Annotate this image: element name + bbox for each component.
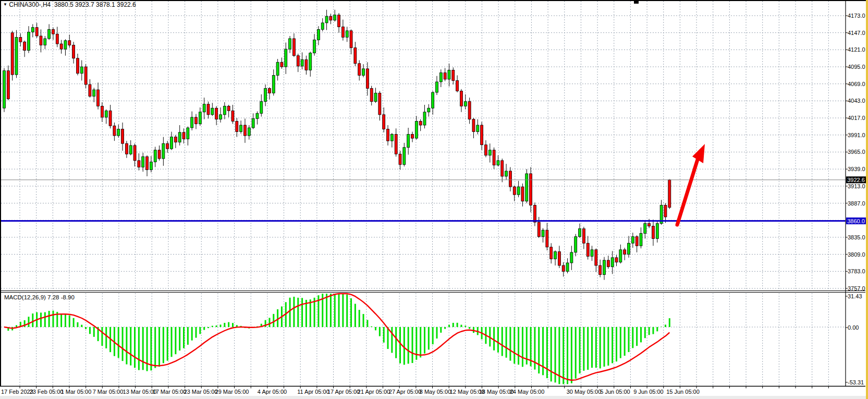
candle-body [444,72,446,79]
candle-body [19,37,22,42]
price-axis-label: 4121.0 [848,46,865,53]
candle-body [530,174,532,205]
candle-body [272,75,275,93]
time-axis-label: 4 Apr 05:00 [258,389,287,395]
candle-body [231,111,234,121]
price-axis-label: 4173.0 [848,13,865,19]
candle-body [586,243,589,256]
window-edge-strip [866,0,868,399]
candle-body [158,150,161,159]
candle-body [248,128,250,136]
candle-body [619,250,622,262]
candle-body [648,224,651,226]
candle-body [456,80,459,91]
candle-body [591,250,593,257]
candle-body [635,237,638,246]
candle-body [93,90,95,96]
candle-body [72,45,75,58]
candle-body [97,90,100,106]
candle [7,66,9,101]
candle-body [488,150,491,155]
candle-body [223,106,226,114]
macd-indicator-label: MACD(12,26,9) 7.28 -8.90 [4,294,75,300]
candle-body [289,39,291,49]
candle-body [358,64,361,76]
candle-body [362,69,365,76]
price-axis-label: 3809.0 [848,251,865,258]
candle-body [644,224,646,234]
candle-body [574,237,577,252]
candle-body [383,115,385,129]
candle-body [35,28,38,36]
chart-marker [634,0,639,4]
candle-body [346,31,348,38]
candle-body [260,102,263,114]
price-chart[interactable]: 4173.04147.04121.04095.04069.04043.04017… [0,0,868,399]
candle-body [407,135,410,148]
time-axis-label: 11 Apr 05:00 [297,389,329,395]
candle-body [423,112,426,125]
candle-body [150,162,152,170]
candle-body [52,29,54,34]
candle-body [199,112,201,124]
price-axis-label: 4017.0 [848,115,865,121]
candle-body [7,71,9,99]
candle-body [89,84,91,96]
price-axis-label: 3835.0 [848,234,865,240]
candle-body [668,180,671,208]
candle-body [44,39,46,45]
candle-body [525,174,528,201]
candle-body [84,67,87,84]
candle-body [640,233,642,246]
candle-body [113,126,116,136]
candle-body [138,161,140,167]
support-level-badge-text: 3860.0 [847,218,865,224]
candle-body [464,102,467,106]
candle-body [101,106,103,117]
price-axis-label: 3783.0 [848,268,865,274]
candle-body [472,119,475,132]
candle-body [240,125,242,132]
candle-body [292,39,295,56]
candle-body [435,82,438,92]
candle-body [243,125,246,136]
candle-body [415,121,418,138]
candle-body [505,171,508,176]
symbol-dropdown-icon[interactable]: ▼ [3,2,7,7]
symbol-period-label: CHINA300-,H4 [9,1,51,8]
time-axis-label: 23 Mar 05:00 [184,389,218,395]
candle-body [252,118,254,128]
candle-body [566,263,569,271]
candle-body [481,125,483,145]
candle-body [174,137,177,142]
candle-body [468,102,471,119]
candle-body [162,143,165,159]
candle-body [178,132,181,142]
candle-body [341,27,344,37]
candle-body [313,40,316,53]
left-border [0,0,1,386]
time-axis-label: 17 Mar 05:00 [153,389,187,395]
candle-body [484,145,487,155]
candle-body [23,42,26,50]
time-axis-label: 18 May 05:00 [479,389,514,395]
candle-body [268,89,271,93]
candle-body [227,106,230,111]
ohlc-readout: 3880.5 3923.7 3878.1 3922.6 [54,1,136,8]
candle-body [448,70,450,79]
macd-axis-label: 31.43 [848,293,862,299]
macd-axis-label: -53.31 [848,379,864,385]
candle-body [452,70,455,80]
candle-body [109,111,112,126]
time-axis-label: 17 Apr 05:00 [327,389,360,395]
candle-body [493,150,495,165]
candle-body [334,15,336,20]
candle-body [652,226,654,239]
price-axis-label: 3757.0 [848,285,865,292]
candle-body [27,32,30,50]
candle-body [129,146,132,154]
candle-body [542,230,544,237]
candle-body [211,108,214,115]
candle-body [142,156,144,167]
candle-body [439,72,442,82]
